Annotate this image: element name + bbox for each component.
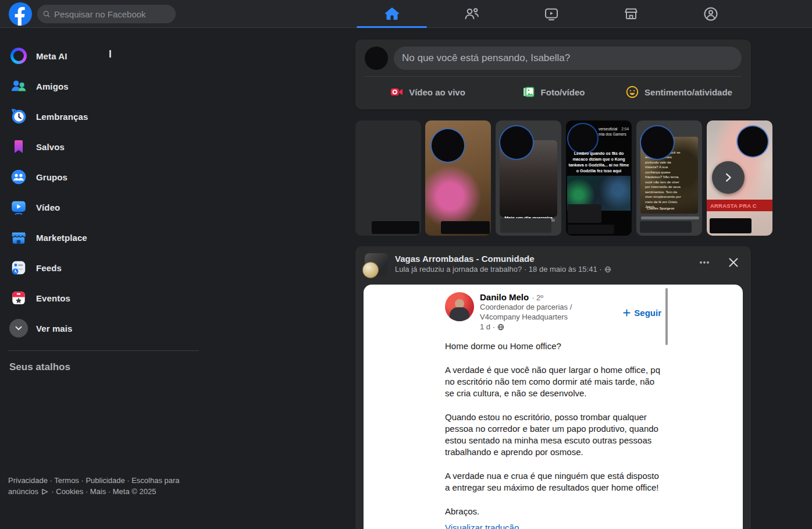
groups-icon xyxy=(10,168,27,186)
friends-icon xyxy=(464,6,480,22)
tab-groups[interactable] xyxy=(674,0,747,28)
screenshot-scrollbar xyxy=(665,288,668,345)
composer-prompt[interactable]: No que você está pensando, Isabella? xyxy=(394,47,742,70)
story-card-partial[interactable] xyxy=(355,120,421,236)
sidebar-item-video[interactable]: Vídeo xyxy=(0,192,209,222)
sidebar-item-label: Grupos xyxy=(36,172,67,182)
events-icon xyxy=(10,289,27,307)
group-name[interactable]: Vagas Arrombadas - Comunidade xyxy=(395,253,611,264)
globe-icon xyxy=(497,324,504,331)
linkedin-author-name: Danilo Melo xyxy=(480,292,529,302)
feed-column: No que você está pensando, Isabella? Víd… xyxy=(355,40,751,529)
story-avatar xyxy=(738,126,768,157)
photo-video-button[interactable]: Foto/vídeo xyxy=(490,80,616,104)
story-banner: ARRASTA PRA C xyxy=(707,200,772,211)
story-card[interactable] xyxy=(425,120,491,236)
adchoices-icon xyxy=(41,488,49,495)
sidebar-item-label: Lembranças xyxy=(36,112,88,122)
feeling-activity-button[interactable]: Sentimento/atividade xyxy=(616,80,742,104)
post-paragraph: Home dorme ou Home office? xyxy=(445,340,661,352)
facebook-logo[interactable] xyxy=(9,2,32,26)
story-time: 2:04 xyxy=(621,126,629,132)
translate-link[interactable]: Visualizar tradução xyxy=(445,522,519,529)
group-avatar[interactable] xyxy=(365,253,388,276)
more-options-icon xyxy=(699,257,710,268)
sidebar-item-marketplace[interactable]: Marketplace xyxy=(0,222,209,253)
story-card[interactable]: Mais um dia guerreira xyxy=(496,120,561,236)
chevron-right-icon xyxy=(722,171,735,184)
meta-ai-icon xyxy=(10,48,27,64)
story-card[interactable]: Como está o seu coração hoje? Você se en… xyxy=(636,120,702,236)
story-header: 2:04verseoficial mia dos Gamers xyxy=(599,126,629,137)
story-card[interactable]: 2:04verseoficial mia dos Gamers Lembro q… xyxy=(566,120,632,236)
post-paragraph: Quando estou no escritório, posso tromba… xyxy=(445,411,661,458)
photo-video-icon xyxy=(522,85,536,99)
linkedin-author-avatar xyxy=(445,292,474,321)
sidebar-item-label: Eventos xyxy=(36,293,70,303)
sidebar-item-label: Salvos xyxy=(36,142,65,152)
post-paragraph: A verdade é que você não quer largar o h… xyxy=(445,364,661,399)
linkedin-connection-degree: · 2º xyxy=(532,293,543,302)
video-icon xyxy=(10,198,27,216)
stories-next-button[interactable] xyxy=(712,161,745,194)
linkedin-post-time: 1 d · xyxy=(480,322,495,331)
top-nav-bar xyxy=(0,0,812,28)
close-icon xyxy=(728,257,739,268)
sidebar-item-memories[interactable]: Lembranças xyxy=(0,101,209,132)
sidebar-item-groups[interactable]: Grupos xyxy=(0,162,209,192)
story-avatar xyxy=(432,129,464,162)
stories-carousel: Mais um dia guerreira 2:04verseoficial m… xyxy=(355,120,751,236)
embedded-linkedin-screenshot: Danilo Melo · 2º Coordenador de parceria… xyxy=(364,285,743,529)
marketplace-icon xyxy=(623,6,639,22)
chevron-down-icon xyxy=(14,324,23,333)
tab-home[interactable] xyxy=(355,0,428,28)
feeling-activity-icon xyxy=(625,85,639,99)
groups-icon xyxy=(703,6,719,22)
story-attribution: Charles Spurgeon xyxy=(647,207,674,210)
tab-marketplace[interactable] xyxy=(594,0,667,28)
sidebar-item-saved[interactable]: Salvos xyxy=(0,132,209,162)
action-label: Foto/vídeo xyxy=(541,87,585,97)
linkedin-follow-button[interactable]: Seguir xyxy=(622,294,661,331)
action-label: Vídeo ao vivo xyxy=(409,87,465,97)
live-video-button[interactable]: Vídeo ao vivo xyxy=(365,80,490,104)
feeds-icon xyxy=(10,259,27,276)
sidebar-item-events[interactable]: Eventos xyxy=(0,283,209,313)
tab-friends[interactable] xyxy=(435,0,508,28)
sidebar-item-feeds[interactable]: Feeds xyxy=(0,253,209,283)
post-paragraph: Abraços. xyxy=(445,506,661,517)
saved-icon xyxy=(10,139,27,155)
sidebar-item-label: Feeds xyxy=(36,263,62,273)
linkedin-post-body: Home dorme ou Home office? A verdade é q… xyxy=(445,340,661,529)
main-nav-tabs xyxy=(355,0,751,28)
tab-watch[interactable] xyxy=(515,0,587,28)
shortcuts-title: Seus atalhos xyxy=(0,351,209,373)
plus-icon xyxy=(622,308,631,317)
legal-footer: Privacidade · Termos · Publicidade · Esc… xyxy=(8,475,186,497)
post-close-button[interactable] xyxy=(725,254,742,271)
search-input[interactable] xyxy=(54,9,170,19)
sidebar-item-friends[interactable]: Amigos xyxy=(0,71,209,101)
story-avatar xyxy=(641,126,674,159)
story-avatar xyxy=(500,126,533,159)
sidebar-item-meta-ai[interactable]: Meta AI xyxy=(0,41,209,71)
sidebar-item-label: Amigos xyxy=(36,81,69,91)
avatar[interactable] xyxy=(365,47,388,70)
left-sidebar: Meta AI Amigos Lembranças Salvos Grupos … xyxy=(0,28,209,373)
sidebar-item-label: Vídeo xyxy=(36,203,60,212)
post-subtitle: Lula já reduziu a jornada de trabalho? ·… xyxy=(395,264,602,274)
sidebar-item-label: Ver mais xyxy=(36,324,73,333)
search-icon xyxy=(43,9,50,19)
sidebar-item-label: Marketplace xyxy=(36,233,87,243)
story-avatar xyxy=(568,124,597,153)
live-video-icon xyxy=(390,85,404,99)
memories-icon xyxy=(10,108,27,125)
post-more-options-button[interactable] xyxy=(696,254,713,271)
sidebar-item-label: Meta AI xyxy=(36,51,67,61)
action-label: Sentimento/atividade xyxy=(644,87,732,97)
post-paragraph: A verdade nua e crua é que ninguém que e… xyxy=(445,470,661,494)
composer-divider xyxy=(365,76,742,77)
footer-links[interactable]: · Cookies · Mais · Meta © 2025 xyxy=(51,487,156,496)
sidebar-item-see-more[interactable]: Ver mais xyxy=(0,313,209,343)
search-bar[interactable] xyxy=(37,5,176,23)
